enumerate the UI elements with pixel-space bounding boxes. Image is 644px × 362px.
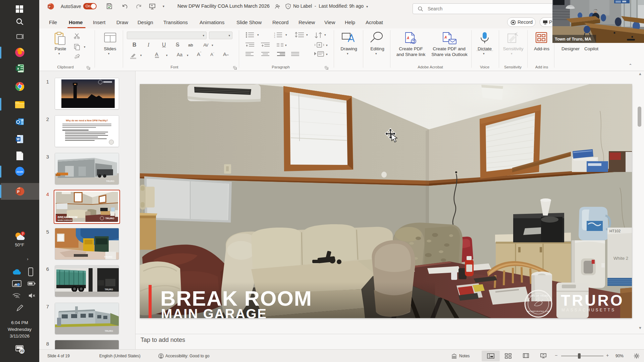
svg-text:zoom: zoom (16, 171, 23, 173)
svg-text:TRURO: TRURO (104, 256, 112, 258)
svg-text:Why do we need a New DPW Facil: Why do we need a New DPW Facility? (66, 119, 108, 122)
svg-text:MAIN GARAGE: MAIN GARAGE (161, 306, 267, 318)
svg-text:23: 23 (20, 349, 24, 353)
svg-text:TRURO: TRURO (106, 180, 114, 182)
svg-text:Town of Truro, MA: Town of Truro, MA (555, 37, 591, 42)
svg-text:7: 7 (22, 232, 23, 235)
svg-text:TRURO: TRURO (105, 330, 113, 332)
svg-text:P: P (49, 5, 51, 8)
svg-text:P: P (17, 190, 19, 194)
svg-text:TRURO: TRURO (105, 217, 114, 220)
svg-text:A: A (407, 36, 409, 40)
svg-text:?: ? (287, 5, 289, 8)
svg-text:W: W (16, 137, 20, 141)
svg-text:MAIN GARAGE: MAIN GARAGE (58, 219, 72, 221)
svg-text:x: x (17, 66, 19, 70)
svg-text:TRURO: TRURO (561, 292, 624, 309)
svg-text:TRURO: TRURO (105, 288, 113, 291)
svg-text:INCORPORATED 1709: INCORPORATED 1709 (527, 310, 550, 312)
svg-text:3: 3 (274, 36, 275, 38)
svg-text:MASSACHUSETTS: MASSACHUSETTS (561, 308, 615, 312)
svg-text:BREAK ROOM: BREAK ROOM (58, 216, 77, 219)
svg-text:TOWN OF TRURO: TOWN OF TRURO (528, 295, 549, 297)
svg-text:A: A (444, 36, 447, 39)
